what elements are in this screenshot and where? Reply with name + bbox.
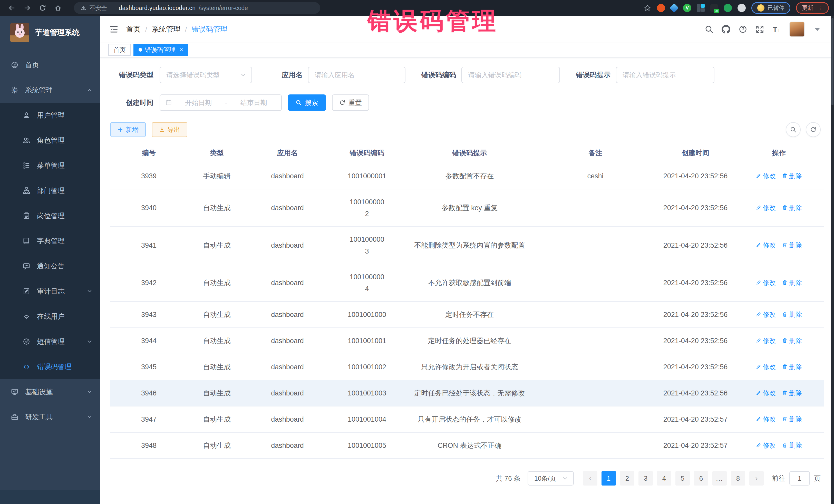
back-arrow-icon[interactable] — [5, 2, 19, 14]
sidebar-item-system-management[interactable]: 系统管理 — [0, 78, 100, 103]
sidebar-item-dev-tools[interactable]: 研发工具 — [0, 404, 100, 430]
tiles-extension-icon[interactable] — [697, 4, 705, 12]
page-button-8[interactable]: 8 — [731, 471, 745, 485]
sidebar-menu: 首页系统管理用户管理角色管理菜单管理部门管理岗位管理字典管理通知公告审计日志在线… — [0, 52, 100, 430]
page-button-6[interactable]: 6 — [694, 471, 708, 485]
page-ellipsis[interactable]: ... — [712, 471, 727, 485]
edit-link-label: 修改 — [763, 387, 776, 399]
delete-link[interactable]: 删除 — [782, 387, 802, 399]
reset-button[interactable]: 重置 — [332, 94, 369, 111]
refresh-icon — [339, 100, 345, 106]
close-icon[interactable]: × — [180, 47, 183, 53]
search-button[interactable]: 搜索 — [288, 94, 326, 111]
bookmark-star-icon[interactable] — [643, 4, 651, 12]
breadcrumb-system[interactable]: 系统管理 — [152, 24, 180, 34]
edit-link[interactable]: 修改 — [756, 439, 776, 451]
update-badge[interactable]: 更新⋮ — [796, 2, 829, 14]
sidebar-item-dept-management[interactable]: 部门管理 — [0, 178, 100, 203]
edit-link[interactable]: 修改 — [756, 387, 776, 399]
add-button[interactable]: 新增 — [110, 122, 146, 137]
sidebar-item-user-management[interactable]: 用户管理 — [0, 103, 100, 128]
page-button-3[interactable]: 3 — [638, 471, 653, 485]
edit-link[interactable]: 修改 — [756, 202, 776, 214]
cell-actions: 修改删除 — [734, 226, 824, 264]
fullscreen-icon[interactable] — [755, 25, 764, 34]
security-label[interactable]: 不安全 — [89, 4, 107, 12]
edit-link[interactable]: 修改 — [756, 361, 776, 373]
more-vert-icon[interactable]: ⋮ — [817, 5, 823, 11]
rabbit-logo-icon — [10, 23, 29, 42]
sidebar-item-online-users[interactable]: 在线用户 — [0, 304, 100, 329]
sidebar-item-notice-announcement[interactable]: 通知公告 — [0, 254, 100, 279]
page-button-2[interactable]: 2 — [620, 471, 634, 485]
v-green-extension-icon[interactable]: V — [683, 4, 691, 12]
delete-link[interactable]: 删除 — [782, 361, 802, 373]
error-code-input[interactable] — [461, 67, 560, 83]
user-avatar[interactable] — [789, 22, 805, 37]
sidebar-fold-icon[interactable] — [109, 25, 118, 34]
delete-link[interactable]: 删除 — [782, 239, 802, 251]
cell-type: 自动生成 — [187, 380, 246, 406]
caret-down-icon[interactable] — [813, 25, 822, 34]
edit-link[interactable]: 修改 — [756, 170, 776, 182]
app-logo-row[interactable]: 芋道管理系统 — [0, 16, 100, 47]
toggle-search-button[interactable] — [786, 122, 800, 137]
page-size-select[interactable]: 10条/页 — [528, 471, 574, 485]
search-icon[interactable] — [705, 25, 714, 34]
prev-page-button[interactable]: ‹ — [583, 471, 597, 485]
sidebar-item-error-code-management[interactable]: 错误码管理 — [0, 354, 100, 379]
delete-icon — [782, 173, 788, 179]
profile-paused-badge[interactable]: 已暂停 — [751, 2, 790, 14]
page-button-1[interactable]: 1 — [601, 471, 616, 485]
address-bar[interactable]: 不安全 dashboard.yudao.iocoder.cn/system/er… — [74, 2, 320, 14]
breadcrumb-home[interactable]: 首页 — [126, 24, 140, 34]
goto-page-input[interactable] — [789, 471, 810, 485]
agent-extension-icon[interactable] — [724, 4, 732, 12]
delete-link[interactable]: 删除 — [782, 413, 802, 425]
page-button-5[interactable]: 5 — [675, 471, 690, 485]
error-hint-input[interactable] — [616, 67, 715, 83]
github-icon[interactable] — [722, 25, 730, 34]
export-button[interactable]: 导出 — [152, 122, 187, 137]
help-icon[interactable] — [739, 25, 747, 34]
page-button-4[interactable]: 4 — [657, 471, 671, 485]
sidebar-item-role-management[interactable]: 角色管理 — [0, 128, 100, 153]
date-range-picker[interactable]: 开始日期 - 结束日期 — [160, 94, 282, 111]
next-page-button[interactable]: › — [749, 471, 764, 485]
sidebar-item-dict-management[interactable]: 字典管理 — [0, 228, 100, 254]
sidebar-item-infrastructure[interactable]: 基础设施 — [0, 379, 100, 404]
edit-link[interactable]: 修改 — [756, 308, 776, 320]
sidebar-item-post-management[interactable]: 岗位管理 — [0, 203, 100, 228]
reload-icon[interactable] — [36, 2, 49, 14]
tab-home[interactable]: 首页 — [108, 44, 131, 56]
forward-arrow-icon[interactable] — [21, 2, 34, 14]
home-icon[interactable] — [51, 2, 65, 14]
delete-link[interactable]: 删除 — [782, 277, 802, 288]
edit-link[interactable]: 修改 — [756, 239, 776, 251]
browser-scrollbar[interactable] — [831, 16, 834, 504]
delete-link[interactable]: 删除 — [782, 439, 802, 451]
app-name-input[interactable] — [308, 67, 405, 83]
delete-link[interactable]: 删除 — [782, 202, 802, 214]
tab-error-code[interactable]: 错误码管理× — [133, 44, 188, 56]
sidebar-item-audit-log[interactable]: 审计日志 — [0, 279, 100, 304]
table-toolbar: 新增 导出 — [110, 122, 821, 137]
plus-icon — [117, 127, 123, 132]
cell-id: 3945 — [110, 354, 187, 380]
delete-link[interactable]: 删除 — [782, 170, 802, 182]
error-type-select[interactable]: 请选择错误码类型 — [160, 67, 252, 83]
sidebar-item-home[interactable]: 首页 — [0, 52, 100, 78]
edit-link[interactable]: 修改 — [756, 413, 776, 425]
edit-link[interactable]: 修改 — [756, 277, 776, 288]
sidebar-item-sms-management[interactable]: 短信管理 — [0, 329, 100, 354]
gem-extension-icon[interactable] — [670, 3, 679, 13]
delete-link[interactable]: 删除 — [782, 308, 802, 320]
font-size-icon[interactable]: TT — [772, 25, 781, 34]
on-badge-extension-icon[interactable]: on — [710, 4, 718, 12]
refresh-table-button[interactable] — [806, 122, 821, 137]
puzzle-extension-icon[interactable] — [738, 4, 746, 12]
delete-link[interactable]: 删除 — [782, 335, 802, 346]
edit-link[interactable]: 修改 — [756, 335, 776, 346]
ubuntu-extension-icon[interactable] — [657, 4, 665, 12]
sidebar-item-menu-management[interactable]: 菜单管理 — [0, 153, 100, 178]
